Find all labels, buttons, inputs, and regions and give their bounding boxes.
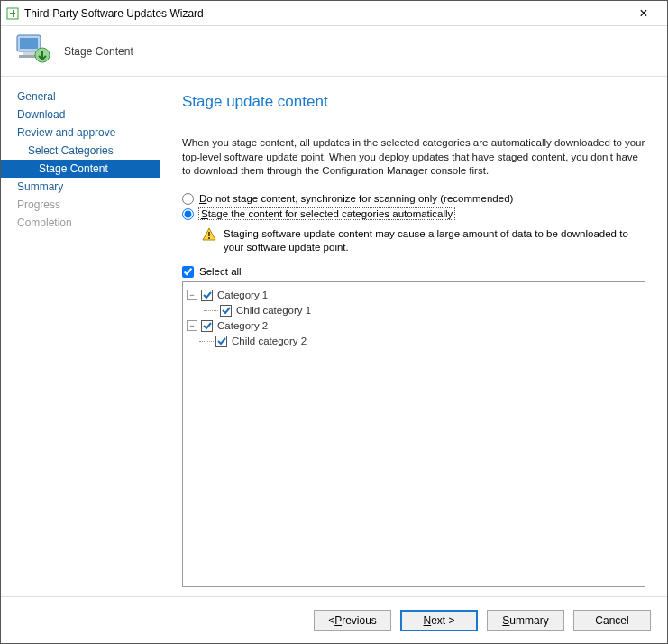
option-do-not-stage[interactable]: Do not stage content, synchronize for sc…: [182, 193, 645, 205]
expander-icon[interactable]: −: [187, 290, 197, 300]
tree-label: Child category 1: [236, 305, 311, 316]
radio-do-not-stage[interactable]: [182, 193, 194, 205]
tree-label: Child category 2: [232, 336, 307, 346]
description-text: When you stage content, all updates in t…: [182, 136, 645, 179]
tree-label: Category 1: [217, 290, 268, 300]
body: General Download Review and approve Sele…: [1, 77, 667, 596]
titlebar: Third-Party Software Updates Wizard ×: [1, 1, 667, 26]
warning-row: Staging software update content may caus…: [202, 227, 645, 255]
content-pane: Stage update content When you stage cont…: [160, 77, 667, 596]
computer-icon: [14, 32, 51, 69]
radio-stage-auto[interactable]: [182, 208, 194, 220]
sidebar-item-select-categories[interactable]: Select Categories: [1, 142, 160, 160]
sidebar-item-download[interactable]: Download: [1, 106, 160, 124]
cancel-button[interactable]: Cancel: [573, 610, 651, 631]
checkbox-icon[interactable]: [201, 290, 213, 301]
checkbox-icon[interactable]: [215, 336, 227, 347]
app-icon: [6, 7, 19, 20]
sidebar: General Download Review and approve Sele…: [1, 77, 160, 596]
svg-rect-9: [208, 237, 210, 239]
sidebar-item-review[interactable]: Review and approve: [1, 124, 160, 142]
warning-icon: [202, 227, 218, 244]
label-stage-auto: Stage the content for selected categorie…: [199, 208, 454, 219]
svg-rect-5: [23, 52, 35, 55]
checkbox-icon[interactable]: [201, 320, 213, 332]
footer: < Previous Next > Summary Cancel: [1, 596, 667, 643]
page-title: Stage Content: [64, 45, 133, 58]
content-title: Stage update content: [182, 93, 645, 111]
tree-label: Category 2: [217, 320, 268, 331]
sidebar-item-progress: Progress: [1, 196, 160, 214]
label-do-not-stage: Do not stage content, synchronize for sc…: [199, 193, 513, 204]
sidebar-item-summary[interactable]: Summary: [1, 178, 160, 196]
next-button[interactable]: Next >: [400, 610, 478, 631]
warning-text: Staging software update content may caus…: [224, 227, 645, 255]
checkbox-select-all[interactable]: [182, 266, 194, 278]
svg-rect-2: [13, 10, 14, 17]
window-title: Third-Party Software Updates Wizard: [24, 7, 626, 20]
svg-rect-8: [208, 232, 210, 236]
sidebar-item-stage-content[interactable]: Stage Content: [1, 160, 160, 178]
header: Stage Content: [1, 26, 667, 77]
checkbox-icon[interactable]: [220, 305, 232, 317]
tree-node-category-1[interactable]: − Category 1: [187, 288, 641, 303]
summary-button[interactable]: Summary: [487, 610, 564, 631]
tree-node-child-2[interactable]: Child category 2: [187, 334, 641, 349]
previous-button[interactable]: < Previous: [314, 610, 391, 631]
tree-node-child-1[interactable]: Child category 1: [187, 303, 641, 318]
sidebar-item-general[interactable]: General: [1, 87, 160, 106]
sidebar-item-completion: Completion: [1, 214, 160, 232]
category-tree[interactable]: − Category 1 Child category 1 − Category…: [182, 281, 645, 587]
option-stage-auto[interactable]: Stage the content for selected categorie…: [182, 208, 645, 220]
label-select-all: Select all: [199, 266, 242, 277]
wizard-window: Third-Party Software Updates Wizard × St…: [0, 0, 668, 644]
expander-icon[interactable]: −: [187, 320, 197, 331]
svg-rect-4: [20, 38, 38, 49]
select-all-row[interactable]: Select all: [182, 266, 645, 278]
close-icon[interactable]: ×: [626, 5, 662, 22]
tree-node-category-2[interactable]: − Category 2: [187, 318, 641, 334]
